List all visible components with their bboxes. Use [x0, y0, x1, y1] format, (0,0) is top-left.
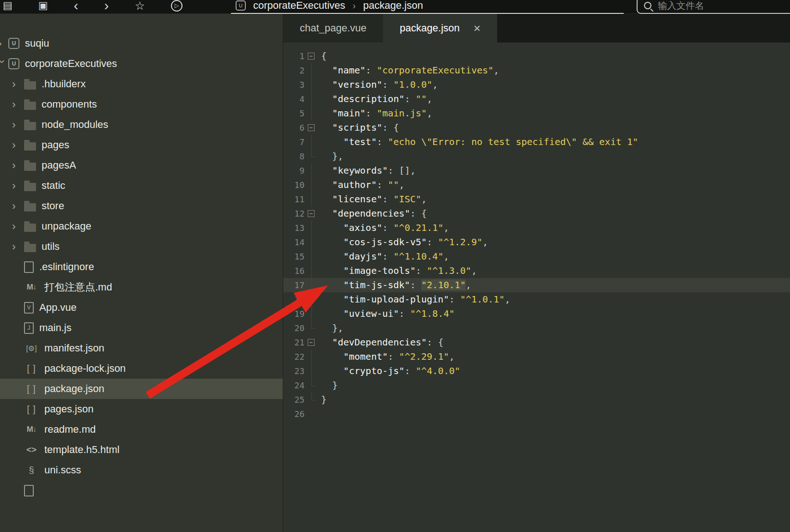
chevron-collapsed-icon[interactable]: ›	[12, 221, 24, 232]
tree-item-label: pagesA	[42, 159, 76, 171]
code-line-10: 10 "author": "",	[283, 178, 790, 192]
fold-toggle-icon[interactable]: −	[304, 335, 318, 350]
fold-guide	[304, 78, 318, 92]
fold-toggle-icon[interactable]: −	[304, 121, 318, 135]
line-number: 16	[283, 264, 304, 278]
tree-item-utils[interactable]: ›utils	[0, 236, 283, 257]
tree-item-label: components	[42, 98, 97, 110]
nav-back-icon[interactable]: ‹	[74, 0, 79, 12]
tree-item-store[interactable]: ›store	[0, 196, 283, 216]
fold-toggle-icon[interactable]: −	[304, 206, 318, 221]
tree-item-uni-scss[interactable]: §uni.scss	[0, 460, 283, 480]
tab-package-json[interactable]: package.json×	[383, 14, 497, 42]
fold-guide	[304, 63, 318, 78]
code-line-1: 1−{	[283, 49, 790, 63]
fold-guide	[304, 407, 318, 421]
code-text: "name": "corporateExecutives",	[318, 63, 499, 78]
project-icon: U	[8, 38, 19, 49]
chevron-collapsed-icon[interactable]: ›	[12, 180, 24, 191]
tree-item-corporate-executives[interactable]: ›UcorporateExecutives	[0, 54, 283, 74]
file-search-box[interactable]	[637, 0, 790, 14]
code-area[interactable]: 1−{2 "name": "corporateExecutives",3 "ve…	[283, 42, 790, 532]
code-text: "keywords": [],	[318, 163, 416, 178]
chevron-collapsed-icon[interactable]: ›	[12, 119, 24, 130]
fold-guide	[304, 292, 318, 307]
tree-item-eslintignore[interactable]: .eslintignore	[0, 257, 283, 277]
chevron-collapsed-icon[interactable]: ›	[12, 160, 24, 171]
vue-icon: V	[24, 302, 34, 314]
code-text	[318, 407, 321, 421]
fold-toggle-icon[interactable]: −	[304, 49, 318, 63]
tab-chat-page-vue[interactable]: chat_page.vue	[283, 14, 383, 42]
editor-layout-icon[interactable]: ▣	[38, 0, 48, 11]
run-icon[interactable]: ▷	[171, 0, 182, 12]
md-icon: M↓	[24, 425, 39, 434]
tree-item-suqiu[interactable]: ›Usuqiu	[0, 33, 283, 54]
code-text: "moment": "^2.29.1",	[318, 350, 455, 364]
tree-item-label: template.h5.html	[44, 444, 120, 456]
brackets-icon: [ ]	[24, 363, 39, 374]
code-text: },	[318, 149, 343, 163]
tree-item-package-lock-json[interactable]: [ ]package-lock.json	[0, 358, 283, 379]
tree-item-unpackage[interactable]: ›unpackage	[0, 216, 283, 236]
line-number: 13	[283, 221, 304, 235]
line-number: 7	[283, 135, 304, 149]
chevron-collapsed-icon[interactable]: ›	[12, 139, 24, 151]
line-number: 2	[283, 63, 304, 78]
folder-icon	[24, 102, 36, 110]
code-line-3: 3 "version": "1.0.0",	[283, 78, 790, 92]
toolbar-icons: ▤▣‹›☆▷	[3, 0, 182, 14]
tree-item-dabao-notes-md[interactable]: M↓打包注意点.md	[0, 277, 283, 297]
tree-item-label: .eslintignore	[39, 261, 94, 273]
scss-icon: §	[24, 465, 39, 476]
folder-icon	[24, 163, 36, 171]
breadcrumb-file[interactable]: package.json	[363, 0, 423, 12]
tree-item-label: node_modules	[42, 119, 108, 131]
tree-item-pages-json[interactable]: [ ]pages.json	[0, 399, 283, 419]
code-text: "main": "main.js",	[318, 106, 432, 121]
nav-forward-icon[interactable]: ›	[104, 0, 109, 12]
tree-item-label: pages	[42, 139, 69, 151]
tree-item-pagesa[interactable]: ›pagesA	[0, 155, 283, 175]
favorite-icon[interactable]: ☆	[135, 0, 145, 12]
sidebar: ›Usuqiu›UcorporateExecutives›.hbuilderx›…	[0, 14, 283, 532]
code-text: "image-tools": "^1.3.0",	[318, 264, 477, 278]
fold-guide	[304, 178, 318, 192]
tree-item-components[interactable]: ›components	[0, 94, 283, 115]
breadcrumb[interactable]: U corporateExecutives › package.json	[231, 0, 624, 14]
tree-item-hbuilderx[interactable]: ›.hbuilderx	[0, 74, 283, 94]
code-text: "crypto-js": "^4.0.0"	[318, 364, 460, 378]
chevron-collapsed-icon[interactable]: ›	[12, 79, 24, 90]
code-line-23: 23 "crypto-js": "^4.0.0"	[283, 364, 790, 378]
tree-item-main-js[interactable]: Jmain.js	[0, 318, 283, 338]
code-line-7: 7 "test": "echo \"Error: no test specifi…	[283, 135, 790, 149]
chevron-collapsed-icon[interactable]: ›	[12, 99, 24, 110]
code-line-15: 15 "dayjs": "^1.10.4",	[283, 249, 790, 264]
code-line-21: 21− "devDependencies": {	[283, 335, 790, 350]
chevron-collapsed-icon[interactable]: ›	[12, 241, 24, 252]
tree-item-label: readme.md	[44, 423, 96, 435]
fold-guide	[304, 364, 318, 378]
code-line-6: 6− "scripts": {	[283, 121, 790, 135]
chevron-collapsed-icon[interactable]: ›	[0, 38, 8, 49]
tree-item-static[interactable]: ›static	[0, 175, 283, 196]
tree-item-readme-md[interactable]: M↓readme.md	[0, 419, 283, 440]
tree-item-manifest-json[interactable]: [⚙]manifest.json	[0, 338, 283, 358]
code-line-4: 4 "description": "",	[283, 92, 790, 106]
line-number: 21	[283, 335, 304, 350]
breadcrumb-project[interactable]: corporateExecutives	[253, 0, 345, 12]
sidebar-toggle-icon[interactable]: ▤	[3, 0, 12, 11]
tab-label: chat_page.vue	[300, 22, 366, 34]
tree-item-app-vue[interactable]: VApp.vue	[0, 297, 283, 318]
tree-item-partial-item[interactable]	[0, 480, 283, 501]
search-input[interactable]	[658, 0, 778, 11]
chevron-expanded-icon[interactable]: ›	[0, 60, 8, 70]
chevron-collapsed-icon[interactable]: ›	[12, 200, 24, 212]
code-line-22: 22 "moment": "^2.29.1",	[283, 350, 790, 364]
tree-item-template-h5-html[interactable]: <>template.h5.html	[0, 440, 283, 460]
tree-item-package-json[interactable]: [ ]package.json	[0, 379, 283, 399]
tree-item-node-modules[interactable]: ›node_modules	[0, 115, 283, 135]
close-tab-icon[interactable]: ×	[474, 22, 480, 34]
tree-item-pages[interactable]: ›pages	[0, 135, 283, 155]
code-line-12: 12− "dependencies": {	[283, 206, 790, 221]
